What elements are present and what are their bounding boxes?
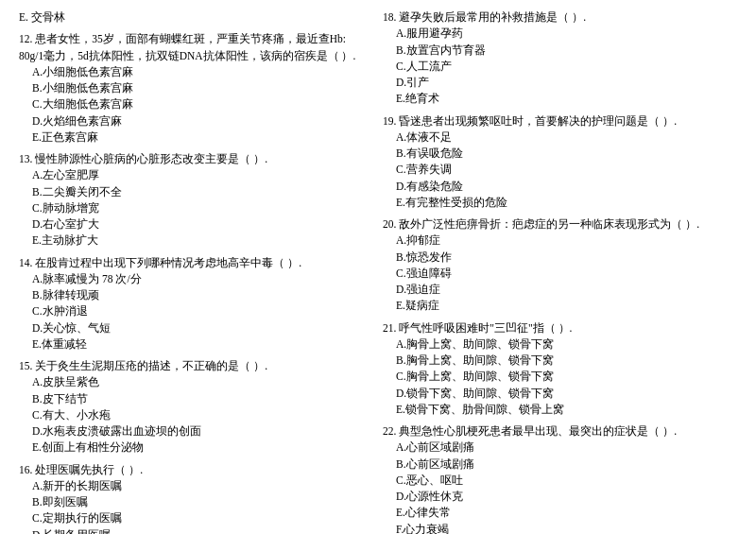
- question-block-q16: 16. 处理医嘱先执行（ ）.A.新开的长期医嘱B.即刻医嘱C.定期执行的医嘱D…: [19, 462, 373, 535]
- option-q22-0: A.心前区域剧痛: [383, 439, 737, 456]
- question-title-q13: 13. 慢性肺源性心脏病的心脏形态改变主要是（ ）.: [19, 151, 373, 167]
- question-title-q19: 19. 昏迷患者出现频繁呕吐时，首要解决的护理问题是（ ）.: [383, 113, 737, 129]
- option-q14-2: C.水肿消退: [19, 303, 373, 319]
- option-q22-1: B.心前区域剧痛: [383, 456, 737, 473]
- option-q18-3: D.引产: [383, 75, 737, 91]
- question-block-q18: 18. 避孕失败后最常用的补救措施是（ ）.A.服用避孕药B.放置宫内节育器C.…: [383, 9, 737, 108]
- question-title-q21: 21. 呼气性呼吸困难时"三凹征"指（ ）.: [383, 320, 737, 336]
- question-block-q21: 21. 呼气性呼吸困难时"三凹征"指（ ）.A.胸骨上窝、助间隙、锁骨下窝B.胸…: [383, 320, 737, 419]
- option-q16-3: D.长期备用医嘱: [19, 527, 373, 535]
- option-q12-3: D.火焰细色素宫麻: [19, 113, 373, 129]
- option-q21-1: B.胸骨上窝、助间隙、锁骨下窝: [383, 353, 737, 369]
- option-q21-3: D.锁骨下窝、助间隙、锁骨下窝: [383, 386, 737, 402]
- option-q16-0: A.新开的长期医嘱: [19, 478, 373, 494]
- question-title-q16: 16. 处理医嘱先执行（ ）.: [19, 462, 373, 478]
- option-q16-2: C.定期执行的医嘱: [19, 510, 373, 526]
- option-q15-1: B.皮下结节: [19, 391, 373, 407]
- option-q12-0: A.小细胞低色素宫麻: [19, 64, 373, 80]
- option-q18-2: C.人工流产: [383, 59, 737, 75]
- question-block-q14: 14. 在股肯过程中出现下列哪种情况考虑地高辛中毒（ ）.A.脉率减慢为 78 …: [19, 255, 373, 353]
- question-block-q_e: E. 交骨林: [19, 9, 373, 26]
- option-q13-4: E.主动脉扩大: [19, 233, 373, 249]
- option-q19-2: C.营养失调: [383, 162, 737, 178]
- page: E. 交骨林12. 患者女性，35岁，面部有蝴蝶红斑，严重关节疼痛，最近查Hb:…: [0, 0, 756, 534]
- option-q18-0: A.服用避孕药: [383, 26, 737, 42]
- main-content: E. 交骨林12. 患者女性，35岁，面部有蝴蝶红斑，严重关节疼痛，最近查Hb:…: [19, 9, 737, 534]
- question-title-q_e: E. 交骨林: [19, 9, 373, 26]
- option-q13-0: A.左心室肥厚: [19, 167, 373, 183]
- option-q14-1: B.脉律转现顽: [19, 287, 373, 303]
- option-q22-3: D.心源性休克: [383, 489, 737, 505]
- option-q12-1: B.小细胞低色素宫麻: [19, 80, 373, 96]
- option-q20-3: D.强迫症: [383, 282, 737, 298]
- option-q21-2: C.胸骨上窝、助间隙、锁骨下窝: [383, 369, 737, 385]
- question-title-q22: 22. 典型急性心肌梗死患者最早出现、最突出的症状是（ ）.: [383, 423, 737, 439]
- question-title-q20: 20. 敌外广泛性疤痹骨折：疤虑症的另一种临床表现形式为（ ）.: [383, 216, 737, 233]
- option-q13-2: C.肺动脉增宽: [19, 200, 373, 216]
- option-q19-3: D.有感染危险: [383, 179, 737, 195]
- question-block-q19: 19. 昏迷患者出现频繁呕吐时，首要解决的护理问题是（ ）.A.体液不足B.有误…: [383, 113, 737, 212]
- question-title-q18: 18. 避孕失败后最常用的补救措施是（ ）.: [383, 9, 737, 26]
- option-q19-1: B.有误吸危险: [383, 146, 737, 162]
- question-title-q12: 12. 患者女性，35岁，面部有蝴蝶红斑，严重关节疼痛，最近查Hb: 80g/1…: [19, 31, 373, 64]
- question-title-q15: 15. 关于灸生生泥期压疮的描述，不正确的是（ ）.: [19, 358, 373, 374]
- option-q22-4: E.心律失常: [383, 505, 737, 521]
- option-q20-4: E.疑病症: [383, 298, 737, 314]
- question-block-q13: 13. 慢性肺源性心脏病的心脏形态改变主要是（ ）.A.左心室肥厚B.二尖瓣关闭…: [19, 151, 373, 250]
- right-column: 18. 避孕失败后最常用的补救措施是（ ）.A.服用避孕药B.放置宫内节育器C.…: [383, 9, 737, 534]
- option-q14-3: D.关心惊、气短: [19, 320, 373, 336]
- question-block-q12: 12. 患者女性，35岁，面部有蝴蝶红斑，严重关节疼痛，最近查Hb: 80g/1…: [19, 31, 373, 146]
- question-title-q14: 14. 在股肯过程中出现下列哪种情况考虑地高辛中毒（ ）.: [19, 255, 373, 271]
- option-q13-1: B.二尖瓣关闭不全: [19, 184, 373, 200]
- option-q19-0: A.体液不足: [383, 129, 737, 146]
- option-q15-4: E.创面上有相性分泌物: [19, 439, 373, 456]
- option-q20-1: B.惊恐发作: [383, 250, 737, 266]
- option-q22-5: F.心力衰竭: [383, 522, 737, 535]
- option-q21-0: A.胸骨上窝、助间隙、锁骨下窝: [383, 336, 737, 353]
- option-q15-2: C.有大、小水疱: [19, 407, 373, 423]
- option-q19-4: E.有完整性受损的危险: [383, 195, 737, 211]
- option-q18-1: B.放置宫内节育器: [383, 43, 737, 59]
- option-q16-1: B.即刻医嘱: [19, 494, 373, 510]
- option-q20-2: C.强迫障碍: [383, 266, 737, 282]
- question-block-q15: 15. 关于灸生生泥期压疮的描述，不正确的是（ ）.A.皮肤呈紫色B.皮下结节C…: [19, 358, 373, 456]
- option-q12-4: E.正色素宫麻: [19, 129, 373, 146]
- option-q18-4: E.绝育术: [383, 91, 737, 107]
- question-block-q22: 22. 典型急性心肌梗死患者最早出现、最突出的症状是（ ）.A.心前区域剧痛B.…: [383, 423, 737, 534]
- option-q12-2: C.大细胞低色素宫麻: [19, 96, 373, 112]
- option-q14-4: E.体重减轻: [19, 336, 373, 353]
- option-q13-3: D.右心室扩大: [19, 216, 373, 233]
- question-block-q20: 20. 敌外广泛性疤痹骨折：疤虑症的另一种临床表现形式为（ ）.A.抑郁症B.惊…: [383, 216, 737, 315]
- option-q20-0: A.抑郁症: [383, 233, 737, 249]
- option-q22-2: C.恶心、呕吐: [383, 473, 737, 489]
- left-column: E. 交骨林12. 患者女性，35岁，面部有蝴蝶红斑，严重关节疼痛，最近查Hb:…: [19, 9, 373, 534]
- option-q21-4: E.锁骨下窝、肋骨间隙、锁骨上窝: [383, 402, 737, 418]
- option-q15-0: A.皮肤呈紫色: [19, 374, 373, 390]
- option-q14-0: A.脉率减慢为 78 次/分: [19, 271, 373, 287]
- option-q15-3: D.水疱表皮溃破露出血迹坝的创面: [19, 423, 373, 439]
